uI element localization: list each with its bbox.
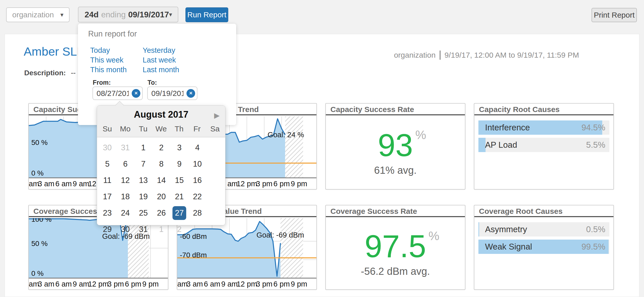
description-label: Description: bbox=[24, 69, 66, 77]
card-title: Capacity Success Rate bbox=[326, 104, 465, 115]
report-date-range: 9/19/17, 12:00 AM to 9/19/17, 11:59 PM bbox=[445, 51, 579, 59]
calendar-day[interactable]: 29 bbox=[98, 222, 116, 239]
run-report-button[interactable]: Run Report bbox=[185, 7, 228, 22]
quick-link-yesterday[interactable]: Yesterday bbox=[143, 46, 179, 56]
calendar-day[interactable]: 9 bbox=[170, 157, 189, 174]
calendar-day[interactable]: 21 bbox=[170, 190, 189, 206]
calendar-day[interactable]: 31 bbox=[116, 141, 135, 157]
coverage-rate-card: Coverage Success Rate 97.5% -56.2 dBm av… bbox=[325, 205, 465, 290]
calendar-day[interactable]: 25 bbox=[134, 206, 152, 222]
capacity-rate-card: Capacity Success Rate 93% 61% avg. bbox=[325, 103, 465, 190]
root-cause-label: Asymmetry bbox=[485, 222, 527, 237]
calendar-weekday-row: SuMoTuWeThFrSa bbox=[98, 125, 224, 133]
calendar-day[interactable]: 30 bbox=[116, 222, 135, 239]
page-title: Amber SLE bbox=[24, 44, 85, 58]
calendar-day[interactable]: 19 bbox=[134, 190, 152, 206]
svg-text:12 am: 12 am bbox=[29, 280, 39, 288]
calendar-day[interactable]: 1 bbox=[152, 222, 170, 239]
print-report-button[interactable]: Print Report bbox=[592, 8, 637, 22]
quick-link-last-month[interactable]: Last month bbox=[143, 66, 179, 75]
calendar-day[interactable]: 1 bbox=[134, 141, 152, 157]
svg-text:3 pm: 3 pm bbox=[108, 280, 124, 288]
svg-text:50 %: 50 % bbox=[31, 139, 48, 146]
root-cause-row[interactable]: Interference 94.5% bbox=[478, 120, 609, 135]
quick-link-today[interactable]: Today bbox=[90, 46, 143, 56]
svg-text:6 pm: 6 pm bbox=[273, 280, 290, 288]
calendar-day[interactable]: 2 bbox=[170, 222, 189, 239]
svg-text:12 pm: 12 pm bbox=[88, 280, 109, 288]
svg-text:Goal: -69 dBm: Goal: -69 dBm bbox=[257, 231, 304, 239]
from-date-input[interactable] bbox=[93, 87, 129, 100]
svg-text:9 am: 9 am bbox=[73, 180, 89, 188]
calendar-day[interactable]: 16 bbox=[188, 174, 206, 190]
calendar-day[interactable]: 28 bbox=[188, 206, 206, 222]
next-month-icon[interactable]: ▶ bbox=[214, 111, 220, 120]
report-scope: organization bbox=[394, 51, 435, 59]
calendar-day[interactable]: 6 bbox=[116, 157, 135, 174]
capacity-rate-value: 93% bbox=[378, 129, 413, 161]
weekday-label: Mo bbox=[116, 125, 134, 133]
svg-text:12 am: 12 am bbox=[177, 280, 187, 288]
calendar-day[interactable]: 17 bbox=[98, 190, 116, 206]
calendar-day[interactable]: 10 bbox=[188, 157, 206, 174]
date-picker-calendar: August 2017 ▶ SuMoTuWeThFrSa 30311234567… bbox=[97, 105, 225, 225]
calendar-day[interactable]: 30 bbox=[98, 141, 116, 157]
calendar-day[interactable]: 2 bbox=[152, 141, 170, 157]
range-end-date: 09/19/2017 bbox=[128, 10, 169, 19]
calendar-day[interactable]: 5 bbox=[98, 157, 116, 174]
calendar-day[interactable]: 13 bbox=[134, 174, 152, 190]
clear-to-icon[interactable]: ✕ bbox=[186, 89, 195, 98]
time-range-selector[interactable]: 24d ending 09/19/2017 ▾ bbox=[78, 7, 178, 22]
calendar-day[interactable]: 14 bbox=[152, 174, 170, 190]
root-cause-value: 0.5% bbox=[586, 222, 605, 237]
to-date-input[interactable] bbox=[148, 87, 183, 100]
calendar-month-title: August 2017 bbox=[97, 109, 225, 120]
calendar-day[interactable]: 20 bbox=[152, 190, 170, 206]
calendar-day[interactable]: 7 bbox=[134, 157, 152, 174]
description-value: -- bbox=[71, 69, 76, 77]
calendar-day[interactable]: 12 bbox=[116, 174, 135, 190]
root-cause-bar bbox=[478, 222, 479, 237]
svg-text:9 am: 9 am bbox=[221, 280, 238, 288]
weekday-label: Fr bbox=[188, 125, 206, 133]
card-title: Coverage Success Rate bbox=[326, 205, 465, 217]
calendar-day-selected[interactable]: 27 bbox=[170, 206, 189, 222]
from-date-field: ✕ bbox=[92, 86, 143, 100]
root-cause-row[interactable]: Asymmetry 0.5% bbox=[478, 222, 609, 237]
calendar-day[interactable]: 11 bbox=[98, 174, 116, 190]
svg-text:9 pm: 9 pm bbox=[142, 280, 159, 288]
calendar-day[interactable]: 8 bbox=[152, 157, 170, 174]
capacity-root-causes-card: Capacity Root Causes Interference 94.5% … bbox=[474, 103, 614, 190]
calendar-day[interactable]: 4 bbox=[188, 141, 206, 157]
calendar-day[interactable]: 24 bbox=[116, 206, 135, 222]
organization-selector[interactable]: organization ▾ bbox=[6, 7, 70, 22]
svg-text:3 pm: 3 pm bbox=[256, 280, 272, 288]
weekday-label: Su bbox=[98, 125, 116, 133]
quick-link-last-week[interactable]: Last week bbox=[143, 56, 179, 66]
quick-link-this-month[interactable]: This month bbox=[90, 66, 143, 75]
svg-text:6 am: 6 am bbox=[55, 180, 72, 188]
root-cause-label: AP Load bbox=[485, 138, 517, 152]
calendar-day[interactable]: 22 bbox=[188, 190, 206, 206]
quick-link-this-week[interactable]: This week bbox=[90, 56, 143, 66]
calendar-day[interactable]: 15 bbox=[170, 174, 189, 190]
calendar-day[interactable]: 23 bbox=[98, 206, 116, 222]
weekday-label: Tu bbox=[134, 125, 152, 133]
weekday-label: Sa bbox=[206, 125, 224, 133]
report-scope-range: organization 9/19/17, 12:00 AM to 9/19/1… bbox=[394, 51, 579, 60]
svg-text:0 %: 0 % bbox=[31, 169, 44, 177]
report-description: Description: -- bbox=[24, 69, 76, 77]
clear-from-icon[interactable]: ✕ bbox=[132, 89, 140, 98]
range-ending-word: ending bbox=[101, 10, 126, 19]
calendar-day[interactable]: 18 bbox=[116, 190, 135, 206]
sle-report-page: organization ▾ 24d ending 09/19/2017 ▾ R… bbox=[0, 0, 644, 297]
calendar-day[interactable]: 31 bbox=[134, 222, 152, 239]
coverage-root-causes-card: Coverage Root Causes Asymmetry 0.5% Weak… bbox=[474, 205, 614, 290]
calendar-day[interactable]: 3 bbox=[170, 141, 189, 157]
svg-text:3 am: 3 am bbox=[38, 280, 54, 288]
root-cause-row[interactable]: AP Load 5.5% bbox=[478, 138, 609, 152]
calendar-day[interactable]: 26 bbox=[152, 206, 170, 222]
root-cause-row[interactable]: Weak Signal 99.5% bbox=[478, 240, 609, 254]
svg-text:9 pm: 9 pm bbox=[291, 180, 307, 188]
svg-text:50 %: 50 % bbox=[31, 240, 48, 247]
